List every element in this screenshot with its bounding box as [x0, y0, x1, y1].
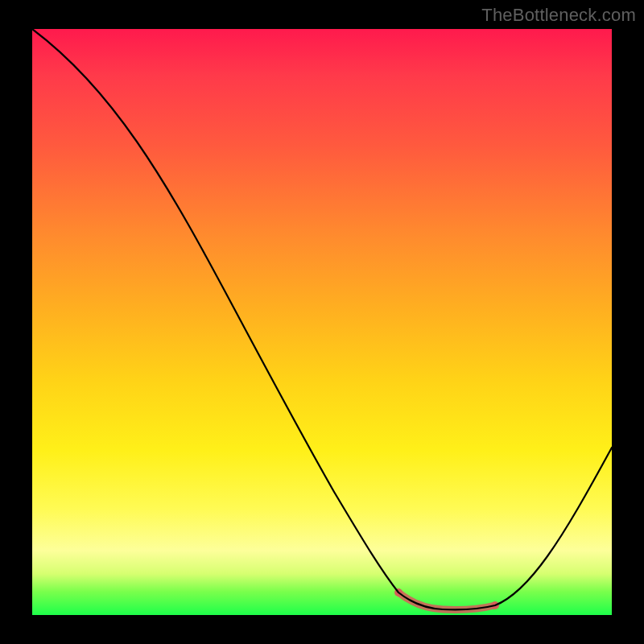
chart-frame: { "watermark": "TheBottleneck.com", "col… — [0, 0, 644, 644]
plot-area — [32, 29, 612, 615]
bottleneck-curve — [32, 29, 612, 609]
curve-svg — [32, 29, 612, 615]
watermark-text: TheBottleneck.com — [481, 5, 636, 26]
